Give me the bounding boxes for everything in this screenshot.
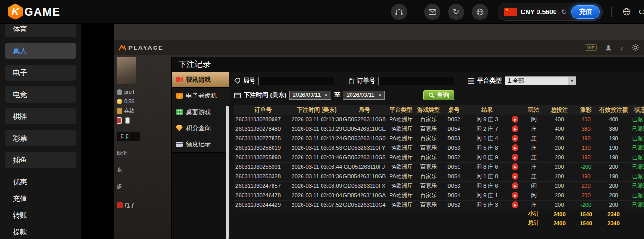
diamond-icon [176, 125, 183, 131]
cell-total_bet: 200 [546, 153, 573, 162]
subtotal-cell-play [508, 210, 522, 219]
modal-tab-视讯游戏[interactable]: 视讯游戏 [172, 72, 229, 88]
play-video-icon[interactable]: ▶ [512, 163, 518, 170]
round-input[interactable] [258, 77, 334, 85]
table-row: 2603110302478572026-03-11 03:08:09GD0532… [234, 181, 644, 191]
table-row: 2603110302444292026-03-11 03:07:52GD0522… [234, 200, 644, 210]
lobby-label-多[interactable]: 多 [117, 182, 142, 191]
modal-tab-积分查询[interactable]: 积分查询 [172, 120, 229, 136]
cell-round: GD053263110FY [342, 143, 387, 153]
cell-time: 2026-03-11 03:08:44 [292, 162, 342, 172]
cell-platform: PA欧洲厅 [387, 191, 415, 200]
sidebar-link-提款[interactable]: 提款 [0, 228, 81, 237]
sidebar-item-真人[interactable]: 真人 [5, 43, 76, 59]
refresh-balance-icon[interactable]: ↻ [561, 8, 567, 16]
tab-label: 桌面游戏 [186, 108, 211, 116]
cell-platform: PA欧洲厅 [387, 162, 415, 172]
cards-row[interactable] [117, 115, 142, 125]
cell-bet_on: 庄 [522, 172, 546, 181]
cell-status: 已派彩 [628, 181, 644, 191]
sidebar-item-彩票[interactable]: 彩票 [5, 130, 76, 146]
friends-icon[interactable] [605, 44, 612, 51]
sidebar-item-捕鱼[interactable]: 捕鱼 [5, 152, 76, 168]
play-video-icon[interactable]: ▶ [512, 154, 518, 161]
cell-status: 已派彩 [628, 153, 644, 162]
sidebar-item-电竞[interactable]: 电竞 [5, 86, 76, 103]
sidebar-item-棋牌[interactable]: 棋牌 [5, 108, 76, 124]
language-label[interactable]: C [639, 8, 644, 16]
sidebar-item-label: 电子 [13, 68, 27, 76]
cell-order: 260311030247857 [234, 181, 292, 191]
play-video-icon[interactable]: ▶ [512, 182, 518, 189]
cell-payout: 200 [573, 191, 599, 200]
sidebar-link-转账[interactable]: 转账 [0, 211, 81, 220]
sidebar-links: 优惠充值转账提款 [0, 178, 81, 237]
lobby-label-卡卡[interactable]: 卡卡 [117, 132, 140, 141]
sync-icon[interactable]: ↻ [448, 4, 464, 20]
search-button[interactable]: 查询 [423, 90, 454, 100]
cell-payout: 190 [573, 134, 599, 143]
lobby-section-list: 卡卡欧洲竞多电子 [117, 132, 142, 210]
language-globe-icon[interactable] [618, 4, 634, 20]
lobby-label-电子[interactable]: 电子 [117, 201, 142, 210]
vip-icon[interactable]: VIP [585, 44, 597, 51]
play-video-icon[interactable]: ▶ [512, 144, 518, 151]
cell-table_no: D053 [442, 134, 466, 143]
tab-label: 积分查询 [186, 124, 211, 133]
column-header: 游戏类型 [415, 105, 442, 115]
mail-icon[interactable] [424, 4, 440, 20]
sidebar-link-优惠[interactable]: 优惠 [0, 178, 81, 187]
cell-time: 2026-03-11 03:10:24 [292, 134, 342, 143]
avatar[interactable] [117, 57, 136, 84]
cell-order: 260311030278480 [234, 124, 292, 134]
play-video-icon[interactable]: ▶ [512, 173, 518, 180]
lobby-label-竞[interactable]: 竞 [117, 165, 142, 174]
column-header: 状态 [628, 105, 644, 115]
china-flag-icon: ★ [504, 8, 517, 16]
play-video-icon[interactable]: ▶ [512, 116, 518, 123]
cell-time: 2026-03-11 03:08:09 [292, 181, 342, 191]
cell-time: 2026-03-11 03:08:04 [292, 191, 342, 200]
app-logo[interactable]: K GAME [8, 4, 60, 20]
sidebar-link-充值[interactable]: 充值 [0, 194, 81, 204]
cell-time: 2026-03-11 03:10:29 [292, 124, 342, 134]
order-input[interactable] [378, 77, 454, 85]
deposit-button[interactable]: 充值 [571, 5, 600, 19]
play-video-icon[interactable]: ▶ [512, 135, 518, 142]
tab-scrollbar[interactable] [226, 106, 229, 239]
column-header [508, 105, 522, 115]
subtotal-row: 小计240015402340 [234, 210, 644, 219]
music-icon[interactable]: ♪ [620, 44, 624, 52]
cell-result: 闲 9 庄 3 [466, 115, 508, 124]
date-from-select[interactable]: 2026/03/11 ▼ [289, 91, 331, 100]
help-globe-icon[interactable] [472, 4, 488, 20]
sidebar-item-电子[interactable]: 电子 [5, 65, 76, 81]
username-row[interactable]: proT [117, 87, 142, 96]
user-icon [117, 89, 122, 95]
cell-play: ▶ [508, 200, 522, 210]
platform-select[interactable]: 1.全部 ▼ [505, 76, 576, 85]
play-video-icon[interactable]: ▶ [512, 125, 518, 132]
cell-round: GD052263110G4 [342, 200, 387, 210]
modal-tab-桌面游戏[interactable]: 桌面游戏 [172, 104, 229, 120]
date-to-select[interactable]: 2026/03/11 ▼ [343, 91, 385, 100]
subtotal-cell-round [342, 210, 387, 219]
play-video-icon[interactable]: ▶ [512, 192, 518, 199]
subtotal-cell-platform [387, 210, 415, 219]
currency-selector[interactable]: ★ CNY 0.5600 ↻ 充值 [498, 3, 603, 21]
lobby-label-欧洲[interactable]: 欧洲 [117, 148, 142, 158]
cell-play: ▶ [508, 162, 522, 172]
cell-result: 闲 9 庄 1 [466, 191, 508, 200]
cell-bet_on: 庄 [522, 153, 546, 162]
play-video-icon[interactable]: ▶ [512, 201, 518, 208]
deposit-row[interactable]: 存款 [117, 106, 142, 115]
support-headset-icon[interactable] [391, 4, 407, 20]
modal-tab-额度记录[interactable]: 额度记录 [172, 136, 229, 153]
lobby-label-text: 多 [117, 183, 122, 190]
cell-play: ▶ [508, 153, 522, 162]
balance-row[interactable]: 0.56 [117, 96, 142, 106]
settings-gear-icon[interactable] [632, 44, 639, 51]
sidebar-item-体育[interactable]: 体育 [5, 24, 76, 37]
modal-tab-电子老虎机[interactable]: 7电子老虎机 [172, 88, 229, 104]
cell-game: 百家乐 [415, 181, 442, 191]
